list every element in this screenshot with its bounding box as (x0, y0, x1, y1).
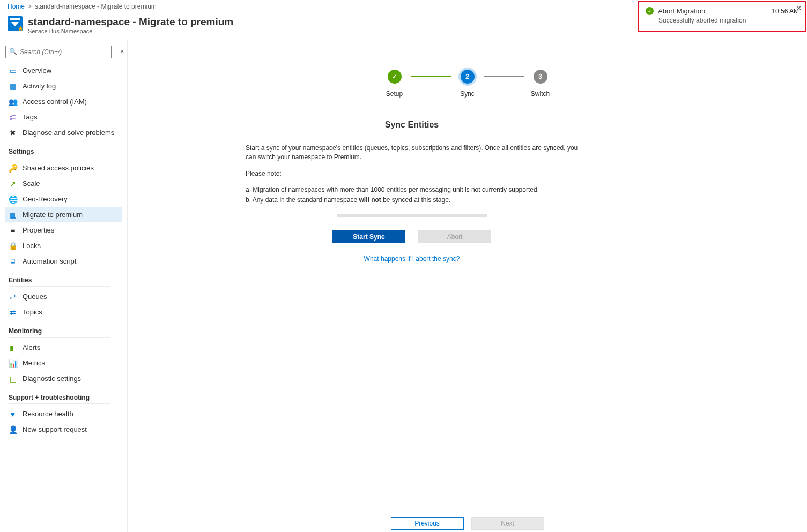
breadcrumb-sep-icon: > (28, 3, 32, 10)
health-icon: ♥ (9, 410, 17, 418)
resource-icon: ★ (8, 16, 23, 31)
section-title: Monitoring (5, 327, 122, 335)
metrics-icon: 📊 (9, 359, 17, 368)
sidebar-item-label: Activity log (23, 82, 56, 90)
lock-icon: 🔒 (9, 242, 17, 250)
sidebar-item-label: Topics (23, 308, 42, 316)
sidebar-item-label: Access control (IAM) (23, 98, 87, 106)
key-icon: 🔑 (9, 164, 17, 173)
sidebar-item-resource-health[interactable]: ♥Resource health (5, 406, 122, 422)
resource-type-label: Service Bus Namespace (28, 28, 233, 34)
search-icon: 🔍 (9, 48, 17, 55)
sidebar-item-label: New support request (23, 425, 87, 433)
sidebar-item-label: Locks (23, 242, 41, 250)
progress-bar (337, 214, 487, 217)
automation-icon: 🖥 (9, 257, 17, 266)
divider (9, 158, 110, 158)
globe-icon: 🌐 (9, 195, 17, 204)
sync-description: Start a sync of your namespace's entitie… (246, 144, 578, 162)
search-input[interactable] (5, 46, 112, 58)
tag-icon: 🏷 (9, 113, 17, 122)
sidebar-item-label: Geo-Recovery (23, 195, 68, 203)
step-sync-icon: 2 (461, 70, 475, 84)
notification-toast: ✕ ✓ Abort Migration 10:56 AM Successfull… (638, 1, 806, 32)
close-icon[interactable]: ✕ (796, 4, 802, 12)
sidebar-item-label: Metrics (23, 359, 45, 367)
collapse-sidebar-icon[interactable] (120, 47, 124, 55)
toast-time: 10:56 AM (772, 8, 799, 15)
sidebar-item-queues[interactable]: ⇄Queues (5, 289, 122, 304)
sidebar-item-automation-script[interactable]: 🖥Automation script (5, 253, 122, 269)
iam-icon: 👥 (9, 98, 17, 106)
divider (9, 286, 110, 287)
step-sync-label: Sync (460, 90, 475, 98)
previous-button[interactable]: Previous (391, 517, 464, 530)
section-title: Entities (5, 276, 122, 284)
sidebar-item-metrics[interactable]: 📊Metrics (5, 355, 122, 371)
sidebar-item-activity-log[interactable]: ▤Activity log (5, 78, 122, 94)
step-switch-icon: 3 (534, 70, 547, 84)
sidebar-item-topics[interactable]: ⇄Topics (5, 304, 122, 320)
sidebar-item-label: Queues (23, 293, 47, 301)
props-icon: ≡ (9, 226, 17, 235)
activitylog-icon: ▤ (9, 82, 17, 91)
section-title: Support + troubleshooting (5, 394, 122, 401)
abort-help-link[interactable]: What happens if I abort the sync? (364, 255, 460, 263)
sidebar-item-overview[interactable]: ▭Overview (5, 63, 122, 78)
sidebar-item-label: Alerts (23, 343, 40, 351)
step-setup-icon: ✓ (388, 70, 402, 84)
sync-note-label: Please note: (246, 169, 578, 178)
step-switch-label: Switch (531, 90, 550, 98)
start-sync-button[interactable]: Start Sync (332, 230, 405, 243)
sidebar-item-access-control-iam-[interactable]: 👥Access control (IAM) (5, 94, 122, 109)
sidebar-item-diagnostic-settings[interactable]: ◫Diagnostic settings (5, 371, 122, 386)
sidebar-item-properties[interactable]: ≡Properties (5, 222, 122, 238)
scale-icon: ↗ (9, 179, 17, 188)
breadcrumb-home[interactable]: Home (8, 3, 25, 10)
sidebar-item-label: Migrate to premium (23, 211, 83, 219)
sidebar-item-diagnose-and-solve-problems[interactable]: ✖Diagnose and solve problems (5, 125, 122, 140)
migrate-icon: ▦ (9, 211, 17, 219)
connector-icon (484, 76, 524, 77)
alerts-icon: ◧ (9, 343, 17, 352)
sidebar-item-geo-recovery[interactable]: 🌐Geo-Recovery (5, 191, 122, 207)
sidebar-item-label: Scale (23, 179, 40, 188)
breadcrumb-current: standard-namespace - Migrate to premium (35, 3, 157, 10)
sidebar-item-alerts[interactable]: ◧Alerts (5, 340, 122, 355)
toast-message: Successfully aborted migration (658, 17, 799, 24)
diag-icon: ◫ (9, 374, 17, 383)
sync-heading: Sync Entities (246, 120, 578, 130)
section-title: Settings (5, 148, 122, 155)
queues-icon: ⇄ (9, 293, 17, 301)
success-icon: ✓ (646, 7, 654, 15)
sidebar: 🔍 ▭Overview▤Activity log👥Access control … (0, 40, 128, 532)
step-setup-label: Setup (386, 90, 403, 98)
stepper: ✓Setup 2Sync 3Switch (149, 70, 786, 98)
toast-title: Abort Migration (658, 7, 767, 15)
sidebar-item-label: Resource health (23, 410, 73, 418)
topics-icon: ⇄ (9, 308, 17, 317)
sidebar-item-shared-access-policies[interactable]: 🔑Shared access policies (5, 160, 122, 176)
connector-icon (411, 76, 451, 77)
sidebar-item-new-support-request[interactable]: 👤New support request (5, 422, 122, 437)
overview-icon: ▭ (9, 66, 17, 75)
page-title: standard-namespace - Migrate to premium (28, 16, 233, 28)
sidebar-item-locks[interactable]: 🔒Locks (5, 238, 122, 253)
sidebar-item-label: Diagnose and solve problems (23, 129, 114, 137)
sync-note-b: b. Any data in the standard namespace wi… (246, 196, 578, 205)
next-button: Next (471, 517, 544, 530)
support-icon: 👤 (9, 425, 17, 434)
sidebar-item-label: Diagnostic settings (23, 374, 81, 383)
sidebar-item-tags[interactable]: 🏷Tags (5, 109, 122, 125)
sidebar-item-label: Automation script (23, 257, 76, 265)
divider (9, 337, 110, 338)
sidebar-item-migrate-to-premium[interactable]: ▦Migrate to premium (5, 207, 122, 222)
sidebar-item-scale[interactable]: ↗Scale (5, 176, 122, 191)
sync-note-a: a. Migration of namespaces with more tha… (246, 185, 578, 194)
divider (9, 403, 110, 404)
sidebar-item-label: Overview (23, 66, 51, 74)
sidebar-item-label: Shared access policies (23, 164, 94, 172)
wrench-icon: ✖ (9, 129, 17, 137)
main-content: ✓Setup 2Sync 3Switch Sync Entities Start… (128, 40, 807, 532)
sidebar-item-label: Properties (23, 226, 54, 234)
